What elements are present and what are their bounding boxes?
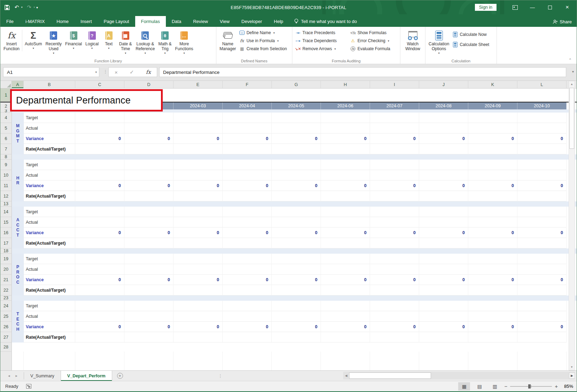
data-cell[interactable] [75,207,124,217]
zoom-out-icon[interactable]: − [504,383,507,389]
data-cell[interactable]: 0 [370,228,419,238]
data-cell[interactable] [174,254,223,264]
metric-label-variance[interactable]: Variance [24,228,75,238]
metric-label-rate-actual-target-[interactable]: Rate(Actual/Target) [24,238,75,248]
data-cell[interactable] [370,238,419,248]
column-header-D[interactable]: D [124,81,174,88]
data-cell[interactable] [174,264,223,275]
data-cell[interactable] [223,301,272,311]
row-header-12[interactable]: 12 [0,191,12,201]
data-cell[interactable]: 0 [124,228,174,238]
date-time-button[interactable]: ▦Date & Time▾ [117,28,134,57]
row-header-22[interactable]: 22 [0,285,12,295]
data-cell[interactable] [124,160,174,170]
scroll-up-icon[interactable]: ▲ [569,81,575,87]
data-cell[interactable]: 0 [174,322,223,332]
scroll-right-icon[interactable]: ▶ [569,372,575,379]
data-cell[interactable] [321,217,370,228]
zoom-slider-thumb[interactable] [528,384,531,389]
data-cell[interactable] [517,170,567,180]
tab-i-matrix[interactable]: i-MATRIX [20,16,51,27]
data-cell[interactable] [370,285,419,295]
tab-file[interactable]: File [0,16,20,27]
column-header-J[interactable]: J [419,81,468,88]
data-cell[interactable] [517,311,567,322]
horizontal-scroll-thumb[interactable] [349,372,431,379]
data-cell[interactable] [370,113,419,123]
data-cell[interactable] [272,264,321,275]
use-in-formula-button[interactable]: fxUse in Formula▾ [238,37,288,44]
month-header-2024-03[interactable]: 2024-03 [174,102,223,109]
data-cell[interactable] [223,217,272,228]
data-cell[interactable]: 0 [75,228,124,238]
data-cell[interactable]: 0 [419,133,468,144]
data-cell[interactable] [174,207,223,217]
metric-label-target[interactable]: Target [24,254,75,264]
data-cell[interactable]: 0 [174,275,223,285]
data-cell[interactable] [223,207,272,217]
sheet-nav-left-icon[interactable]: ◂ [8,374,10,378]
tab-page-layout[interactable]: Page Layout [98,16,135,27]
column-header-G[interactable]: G [272,81,321,88]
tab-data[interactable]: Data [166,16,187,27]
data-cell[interactable] [370,332,419,343]
data-cell[interactable] [517,285,567,295]
zoom-percentage[interactable]: 85% [561,384,573,389]
ribbon-display-options-icon[interactable] [508,2,522,13]
data-cell[interactable] [223,113,272,123]
data-cell[interactable] [124,311,174,322]
data-cell[interactable] [321,160,370,170]
column-header-I[interactable]: I [370,81,419,88]
row-header-10[interactable]: 10 [0,170,12,180]
row-header-24[interactable]: 24 [0,301,12,311]
show-formulas-button[interactable]: ⁵⁄fxShow Formulas [349,29,392,36]
data-cell[interactable]: 0 [419,228,468,238]
data-cell[interactable] [517,144,567,154]
data-cell[interactable]: 0 [272,322,321,332]
data-cell[interactable] [419,144,468,154]
metric-label-actual[interactable]: Actual [24,311,75,322]
data-cell[interactable] [174,332,223,343]
calculation-options-button[interactable]: Calculation Options ▾ [427,28,451,55]
month-header-2024-04[interactable]: 2024-04 [223,102,272,109]
tab-review[interactable]: Review [187,16,214,27]
sheet-nav-right-icon[interactable]: ▸ [16,374,18,378]
data-cell[interactable] [272,254,321,264]
metric-label-rate-actual-target-[interactable]: Rate(Actual/Target) [24,332,75,343]
data-cell[interactable] [223,285,272,295]
data-cell[interactable]: 0 [468,133,517,144]
data-cell[interactable] [272,160,321,170]
metric-label-target[interactable]: Target [24,207,75,217]
data-cell[interactable] [223,254,272,264]
data-cell[interactable] [370,123,419,133]
data-cell[interactable] [321,191,370,201]
recently-used-button[interactable]: ★Recently Used▾ [44,28,63,57]
data-cell[interactable] [419,207,468,217]
financial-button[interactable]: $Financial▾ [63,28,84,57]
collapse-ribbon-icon[interactable]: ⌃ [569,58,572,62]
data-cell[interactable]: 0 [124,275,174,285]
data-cell[interactable]: 0 [468,180,517,191]
data-cell[interactable] [517,301,567,311]
row-header-8[interactable]: 8 [0,154,12,160]
data-cell[interactable] [124,123,174,133]
data-cell[interactable] [517,217,567,228]
zoom-slider[interactable] [510,386,552,387]
data-cell[interactable]: 0 [174,180,223,191]
data-cell[interactable] [272,238,321,248]
row-header-23[interactable]: 23 [0,295,12,301]
data-cell[interactable] [468,123,517,133]
data-cell[interactable] [468,207,517,217]
data-cell[interactable] [419,264,468,275]
data-cell[interactable] [517,254,567,264]
tell-me-box[interactable]: Tell me what you want to do [289,16,362,27]
column-header-C[interactable]: C [75,81,124,88]
data-cell[interactable] [321,264,370,275]
data-cell[interactable] [75,264,124,275]
data-cell[interactable] [124,238,174,248]
name-manager-button[interactable]: Name Manager [218,28,238,52]
data-cell[interactable] [468,254,517,264]
data-cell[interactable] [419,113,468,123]
data-cell[interactable] [124,285,174,295]
data-cell[interactable] [370,264,419,275]
